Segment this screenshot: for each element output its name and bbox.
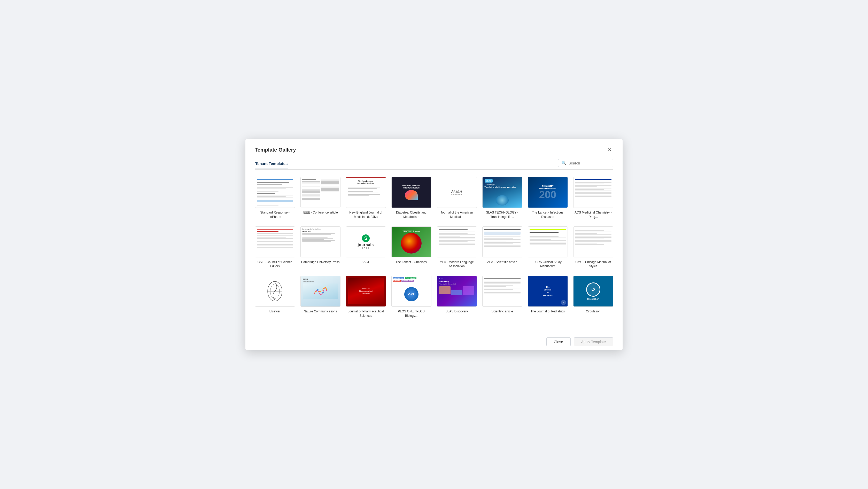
template-label-circulation: Circulation [586, 309, 601, 314]
template-thumb-sage: S journals SAGE [346, 226, 386, 257]
template-item-slas-disc[interactable]: SLAS Discovery Advancing Life Sciences R… [437, 276, 477, 318]
modal-title: Template Gallery [255, 147, 296, 153]
template-item-cse[interactable]: CSE - Council of Science Editors [255, 226, 295, 269]
template-label-jama: Journal of the American Medical... [437, 210, 477, 219]
search-icon: 🔍 [561, 161, 566, 165]
modal-footer: Close Apply Template [245, 333, 623, 350]
search-box: 🔍 [558, 159, 613, 167]
template-label-sci-article: Scientific article [491, 309, 513, 314]
template-thumb-plos: PLOS MEDICINE PLOS BIOLOGY PLOS ONE PLOS… [392, 276, 431, 307]
search-input[interactable] [568, 161, 610, 165]
svg-point-4 [322, 292, 324, 293]
template-thumb-nature-comm: nature communications [301, 276, 340, 307]
template-item-sage[interactable]: S journals SAGE SAGE [346, 226, 386, 269]
template-thumb-jcrs [528, 226, 568, 257]
template-label-apa: APA - Scientific article [487, 260, 517, 264]
template-label-nejm: New England Journal of Medicine (NEJM) [346, 210, 386, 219]
template-thumb-lancet-onc: THE LANCET Oncology [392, 226, 431, 257]
template-label-jcrs: JCRS Clinical Study Manuscript [528, 260, 568, 269]
template-item-pharmset[interactable]: Journal ofPharmaceuticalSciences Journal… [346, 276, 386, 318]
template-thumb-elsevier [255, 276, 295, 307]
template-item-sci-article[interactable]: Scientific article [482, 276, 522, 318]
template-item-jcrs[interactable]: JCRS Clinical Study Manuscript [528, 226, 568, 269]
template-label-cms: CMS - Chicago Manual of Styles [573, 260, 613, 269]
template-item-mla[interactable]: MLA - Modern Language Association [437, 226, 477, 269]
template-item-lancet-onc[interactable]: THE LANCET Oncology The Lancet - Oncolog… [391, 226, 431, 269]
template-thumb-ieee [301, 177, 340, 208]
template-thumb-standard-response [255, 177, 295, 208]
tab-tenant-templates[interactable]: Tenant Templates [255, 159, 288, 169]
template-item-elsevier[interactable]: Elsevier [255, 276, 295, 318]
template-item-apa[interactable]: APA - Scientific article [482, 226, 522, 269]
template-label-pharmset: Journal of Pharmaceutical Sciences [346, 309, 386, 318]
template-label-plos: PLOS ONE / PLOS Biology... [392, 309, 431, 318]
template-item-ieee[interactable]: IEEE - Conference article [300, 177, 340, 219]
template-item-nejm[interactable]: The New EnglandJournal of Medicine New E… [346, 177, 386, 219]
close-icon-button[interactable]: × [606, 146, 613, 154]
template-label-acs: ACS Medicinal Chemistry - Drug... [573, 210, 613, 219]
svg-point-3 [317, 289, 318, 291]
template-label-elsevier: Elsevier [270, 309, 281, 314]
template-label-sage: SAGE [362, 260, 370, 264]
template-item-nature-comm[interactable]: nature communications Nature Communicati… [300, 276, 340, 318]
template-item-standard-response[interactable]: Standard Response - doPharm [255, 177, 295, 219]
template-item-slas-tech[interactable]: SLAS TechnologyTranslating Life Sciences… [482, 177, 522, 219]
template-thumb-slas-disc: SLAS Discovery Advancing Life Sciences R… [437, 276, 477, 307]
close-button[interactable]: Close [547, 337, 571, 346]
templates-grid: Standard Response - doPharm [255, 177, 613, 318]
template-thumb-acs [573, 177, 613, 208]
template-label-diabetes: Diabetes, Obesity and Metabolism [392, 210, 431, 219]
template-item-jama[interactable]: JAMA Pediatrics Journal of the American … [437, 177, 477, 219]
template-label-jpeds: The Journal of Pediatrics [531, 309, 565, 314]
template-label-slas-disc: SLAS Discovery [445, 309, 468, 314]
template-item-lancet-id[interactable]: THE LANCETInfectious Diseases 200 The La… [528, 177, 568, 219]
template-label-lancet-onc: The Lancet - Oncology [396, 260, 427, 264]
template-item-plos[interactable]: PLOS MEDICINE PLOS BIOLOGY PLOS ONE PLOS… [391, 276, 431, 318]
template-label-lancet-id: The Lancet - Infectious Diseases [528, 210, 568, 219]
template-item-jpeds[interactable]: TheJournalofPediatrics E The Journal of … [528, 276, 568, 318]
template-thumb-pharmset: Journal ofPharmaceuticalSciences [346, 276, 386, 307]
template-label-cambridge: Cambridge University Press [301, 260, 340, 264]
template-label-cse: CSE - Council of Science Editors [255, 260, 295, 269]
template-label-mla: MLA - Modern Language Association [437, 260, 477, 269]
template-thumb-cambridge: Cambridge University Press Article Title [301, 226, 340, 257]
template-thumb-cse [255, 226, 295, 257]
template-item-cambridge[interactable]: Cambridge University Press Article Title [300, 226, 340, 269]
tabs-row: Tenant Templates 🔍 [255, 159, 613, 170]
template-thumb-apa [482, 226, 522, 257]
template-label-standard-response: Standard Response - doPharm [255, 210, 295, 219]
template-label-nature-comm: Nature Communications [304, 309, 337, 314]
modal-header: Template Gallery × [255, 146, 613, 154]
template-thumb-sci-article [482, 276, 522, 307]
template-thumb-jama: JAMA Pediatrics [437, 177, 477, 208]
template-thumb-slas-tech: SLAS TechnologyTranslating Life Sciences… [482, 177, 522, 208]
template-thumb-nejm: The New EnglandJournal of Medicine [346, 177, 386, 208]
template-thumb-mla [437, 226, 477, 257]
template-thumb-cms [573, 226, 613, 257]
template-item-diabetes[interactable]: DIABETES, OBESITYAND METABOLISM Diabetes… [391, 177, 431, 219]
template-thumb-jpeds: TheJournalofPediatrics E [528, 276, 568, 307]
template-thumb-circulation: ↺ Circulation [573, 276, 613, 307]
template-gallery-modal: Template Gallery × Tenant Templates 🔍 [245, 139, 623, 350]
template-item-cms[interactable]: CMS - Chicago Manual of Styles [573, 226, 613, 269]
template-item-circulation[interactable]: ↺ Circulation Circulation [573, 276, 613, 318]
apply-template-button[interactable]: Apply Template [574, 337, 613, 346]
template-label-slas-tech: SLAS TECHNOLOGY - Translating Life... [482, 210, 522, 219]
template-thumb-lancet-id: THE LANCETInfectious Diseases 200 [528, 177, 568, 208]
template-item-acs[interactable]: ACS Medicinal Chemistry - Drug... [573, 177, 613, 219]
template-thumb-diabetes: DIABETES, OBESITYAND METABOLISM [392, 177, 431, 208]
template-label-ieee: IEEE - Conference article [303, 210, 338, 215]
